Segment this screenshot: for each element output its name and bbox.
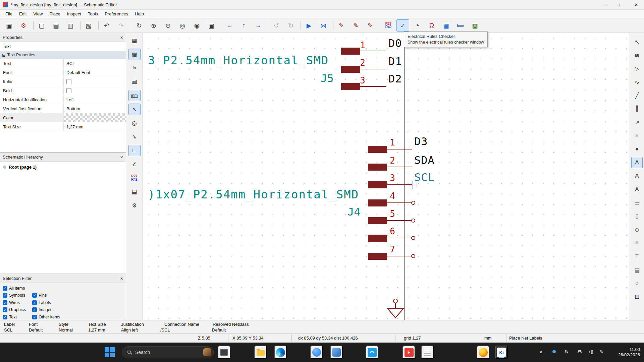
nav-up-icon[interactable]: ↑ — [237, 19, 250, 32]
pad-j4-2[interactable] — [368, 164, 387, 171]
pin-line-j4-5[interactable] — [387, 220, 412, 221]
menu-place[interactable]: Place — [46, 10, 64, 17]
pin-line-j4-4[interactable] — [387, 202, 412, 203]
unit-mils-button[interactable]: mil — [128, 76, 141, 87]
lines-tool-icon[interactable]: ≡ — [631, 237, 643, 249]
kicad-taskbar-icon[interactable]: Ki — [495, 346, 508, 359]
net-label-scl[interactable]: SCL — [414, 171, 435, 184]
property-value-italic[interactable] — [64, 77, 126, 86]
pin-line-j5-3[interactable] — [360, 86, 386, 87]
pad-j4-1[interactable] — [368, 146, 387, 153]
bus-tool-icon[interactable]: ║ — [631, 103, 643, 115]
tray-sync-icon[interactable]: ↻ — [562, 349, 571, 354]
save-icon[interactable]: ▣ — [3, 19, 15, 32]
show-hidden-pins-icon[interactable]: ◎ — [128, 117, 141, 129]
hv-wire-mode-icon[interactable]: ∟ — [128, 145, 141, 156]
shape-tool-icon[interactable]: ○ — [631, 278, 643, 289]
color-swatch[interactable] — [64, 113, 126, 122]
textbox-tool-icon[interactable]: ▤ — [631, 264, 643, 276]
new-sheet-icon[interactable]: ▢ — [35, 19, 48, 32]
text-tool-icon[interactable]: T — [631, 251, 643, 262]
zoom-objects-icon[interactable]: ◉ — [191, 19, 203, 32]
f-app-icon[interactable]: F — [402, 346, 415, 359]
property-value-text[interactable]: SCL — [64, 59, 126, 68]
maximize-button[interactable]: □ — [613, 0, 629, 9]
minimize-button[interactable]: — — [598, 0, 613, 9]
annotate-icon[interactable]: R27R42 — [382, 19, 395, 32]
filter-graphics-checkbox[interactable]: ✓ — [3, 307, 7, 312]
net-label-d1[interactable]: D1 — [388, 55, 402, 68]
property-value-color[interactable] — [64, 113, 126, 122]
nav-back-icon[interactable]: ← — [223, 19, 236, 32]
reference-j4[interactable]: J4 — [347, 205, 361, 218]
filter-item-pins[interactable]: ✓Pins — [32, 293, 47, 298]
filter-wires-checkbox[interactable]: ✓ — [3, 300, 7, 305]
wire-bus-entry-tool-icon[interactable]: ↗ — [631, 117, 643, 128]
no-connect-tool-icon[interactable]: × — [631, 130, 643, 141]
pin-line-j4-6[interactable] — [387, 238, 412, 238]
pad-j5-2[interactable] — [341, 66, 360, 73]
filter-other-items-checkbox[interactable]: ✓ — [32, 315, 37, 319]
filter-item-other-items[interactable]: ✓Other items — [32, 315, 60, 319]
probe-tool-icon[interactable]: ▷ — [631, 63, 643, 74]
filter-item-all-items[interactable]: ✓All items — [3, 286, 25, 291]
close-button[interactable]: ✕ — [629, 0, 644, 9]
print-icon[interactable]: ▤ — [50, 19, 62, 32]
pin-line-j4-1[interactable] — [387, 149, 412, 149]
filter-item-wires[interactable]: ✓Wires — [3, 300, 32, 305]
undo-icon[interactable]: ↶ — [100, 19, 113, 32]
pcb-editor-icon[interactable]: ▩ — [469, 19, 481, 32]
pin-line-j4-2[interactable] — [387, 167, 412, 167]
schematic-canvas[interactable]: 3_P2.54mm_Horizontal_SMDJ5)1x07_P2.54mm_… — [143, 33, 630, 320]
tray-volume-icon[interactable]: ◁) — [586, 349, 595, 354]
net-label-d0[interactable]: D0 — [388, 37, 402, 50]
text-properties-section-header[interactable]: ⊟ Text Properties — [0, 51, 126, 59]
close-hierarchy-button[interactable]: × — [120, 154, 123, 160]
start-button[interactable] — [104, 347, 115, 358]
filter-item-text[interactable]: ✓Text — [3, 315, 32, 319]
pad-j4-7[interactable] — [368, 253, 387, 260]
pin-line-j4-3[interactable] — [387, 184, 412, 185]
bold-checkbox[interactable] — [66, 88, 71, 93]
firefox-icon[interactable] — [477, 346, 489, 359]
property-value-text-size[interactable]: 1,27 mm — [64, 122, 126, 131]
mirror-icon[interactable]: ⋈ — [317, 19, 330, 32]
rule-area-tool-icon[interactable]: ◇ — [631, 224, 643, 235]
unit-inches-button[interactable]: in — [128, 62, 141, 74]
pad-j4-6[interactable] — [368, 235, 387, 242]
hierarchy-root-item[interactable]: Root (page 1) — [0, 162, 126, 173]
junction-tool-icon[interactable]: ● — [631, 143, 643, 155]
zoom-out-icon[interactable]: ⊖ — [162, 19, 174, 32]
filter-labels-checkbox[interactable]: ✓ — [32, 300, 37, 305]
redo-icon[interactable]: ↷ — [115, 19, 127, 32]
filter-symbols-checkbox[interactable]: ✓ — [3, 293, 7, 298]
tune-tool-icon[interactable]: ∿ — [631, 76, 643, 88]
filter-pins-checkbox[interactable]: ✓ — [32, 293, 37, 298]
net-label-sda[interactable]: SDA — [414, 154, 435, 167]
simulator-icon[interactable]: ◔ — [411, 19, 424, 32]
rotate-cw-icon[interactable]: ↻ — [284, 19, 297, 32]
property-value-horizontal-justification[interactable]: Left — [64, 95, 126, 104]
cursor-style-icon[interactable]: ↖ — [128, 104, 141, 115]
tray-wifi-icon[interactable]: ))) — [575, 349, 583, 354]
search-box[interactable]: Search — [122, 346, 214, 358]
tray-chevron-up-icon[interactable]: ∧ — [537, 349, 545, 354]
nav-forward-icon[interactable]: → — [252, 19, 265, 32]
menu-preferences[interactable]: Preferences — [101, 10, 131, 17]
pad-j4-4[interactable] — [368, 199, 387, 206]
menu-inspect[interactable]: Inspect — [64, 10, 85, 17]
taskbar-clock[interactable]: 11.00 26/02/2026 — [618, 347, 640, 358]
pin-line-j4-7[interactable] — [387, 256, 412, 256]
menu-help[interactable]: Help — [131, 10, 147, 17]
zoom-fit-icon[interactable]: ◎ — [176, 19, 189, 32]
menu-view[interactable]: View — [30, 10, 46, 17]
file-explorer-icon[interactable] — [254, 346, 267, 359]
net-label-d2[interactable]: D2 — [388, 72, 402, 85]
menu-tools[interactable]: Tools — [85, 10, 101, 17]
properties-manager-icon[interactable]: ⚙ — [128, 200, 141, 211]
annotation-refs-icon[interactable]: R27R42 — [128, 172, 141, 184]
tray-bluetooth-icon[interactable] — [550, 349, 558, 354]
edit-symbol-library-links-icon[interactable]: ✎ — [364, 19, 377, 32]
table-tool-icon[interactable]: ⊞ — [631, 291, 643, 302]
paste-icon[interactable]: ▧ — [82, 19, 95, 32]
